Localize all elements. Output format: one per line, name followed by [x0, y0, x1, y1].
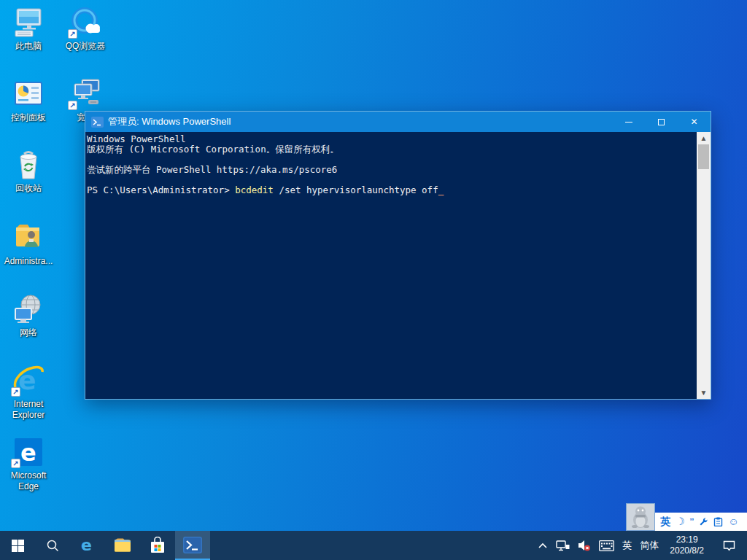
desktop-icon-label: 回收站	[0, 183, 57, 194]
desktop-icon-administrator[interactable]: Administra...	[0, 221, 57, 267]
shortcut-arrow-icon: ↗	[68, 101, 77, 110]
powershell-window: 管理员: Windows PowerShell ✕ Windows PowerS…	[85, 111, 711, 400]
search-icon	[46, 539, 59, 552]
volume-tray-button[interactable]	[578, 540, 591, 551]
desktop-icon-label: 控制面板	[0, 112, 57, 123]
recycle-bin-icon	[12, 148, 45, 182]
ime-statusbar: 英 ☽ ’’ ☺	[655, 513, 747, 531]
ime-emoji-icon[interactable]: ☺	[728, 513, 738, 531]
network-tray-button[interactable]	[556, 540, 570, 551]
touch-keyboard-button[interactable]	[599, 540, 614, 551]
desktop-icon-label: QQ浏览器	[57, 41, 114, 52]
desktop-icon-control-panel[interactable]: 控制面板	[0, 77, 57, 123]
system-tray: 英 简体 23:19 2020/8/2	[538, 531, 747, 560]
desktop-icon-label: Internet Explorer	[0, 399, 57, 421]
maximize-button[interactable]	[645, 112, 678, 132]
console-command-args: /set hypervisorlaunchtype off	[274, 184, 438, 195]
scrollbar-thumb[interactable]	[698, 144, 709, 169]
svg-text:e: e	[20, 439, 36, 467]
taskbar-clock[interactable]: 23:19 2020/8/2	[667, 534, 707, 556]
taskbar-edge-button[interactable]: e	[70, 531, 105, 560]
qq-browser-icon: ↗	[69, 6, 102, 39]
console-cursor: _	[438, 184, 444, 195]
scroll-up-icon[interactable]: ▲	[697, 132, 711, 144]
desktop-icon-label: Administra...	[0, 256, 57, 267]
desktop-icon-qq-browser[interactable]: ↗ QQ浏览器	[57, 6, 114, 52]
powershell-icon	[183, 537, 202, 553]
broadband-icon: ↗	[69, 77, 102, 111]
powershell-icon	[91, 117, 104, 128]
desktop-icon-network[interactable]: 网络	[0, 292, 57, 338]
shortcut-arrow-icon: ↗	[11, 459, 20, 468]
minimize-button[interactable]	[612, 112, 645, 132]
show-hidden-icons-button[interactable]	[538, 542, 548, 550]
console-command: bcdedit	[235, 184, 274, 195]
clock-time: 23:19	[670, 534, 704, 545]
taskbar-store-button[interactable]	[140, 531, 175, 560]
window-titlebar[interactable]: 管理员: Windows PowerShell ✕	[85, 112, 711, 132]
keyboard-icon	[599, 540, 614, 551]
taskbar-file-explorer-button[interactable]	[105, 531, 140, 560]
taskbar-search-button[interactable]	[35, 531, 70, 560]
taskbar-powershell-button[interactable]	[175, 531, 210, 560]
internet-explorer-icon: e ↗	[12, 364, 45, 397]
taskbar-empty-area[interactable]	[210, 531, 538, 560]
edge-icon: e	[79, 537, 96, 554]
taskbar: e	[0, 531, 747, 560]
desktop-icon-recycle-bin[interactable]: 回收站	[0, 148, 57, 194]
ime-punctuation-icon[interactable]: ’’	[690, 513, 694, 531]
shortcut-arrow-icon: ↗	[11, 387, 20, 397]
ime-settings-wrench-icon[interactable]	[699, 517, 708, 526]
console-output[interactable]: Windows PowerShell 版权所有 (C) Microsoft Co…	[85, 132, 697, 399]
console-line: 尝试新的跨平台 PowerShell https://aka.ms/pscore…	[87, 165, 697, 175]
ime-mode-indicator[interactable]: 简体	[640, 539, 659, 552]
desktop-icon-label: Microsoft Edge	[0, 470, 57, 492]
ime-mode-english[interactable]: 英	[660, 513, 670, 531]
control-panel-icon	[12, 77, 45, 111]
desktop-icon-label: 此电脑	[0, 41, 57, 52]
console-prompt-line: PS C:\Users\Administrator> bcdedit /set …	[87, 185, 697, 195]
chevron-up-icon	[538, 542, 548, 550]
desktop-icon-internet-explorer[interactable]: e ↗ Internet Explorer	[0, 364, 57, 421]
notification-bubble-icon	[723, 540, 735, 551]
desktop-icon-microsoft-edge[interactable]: e ↗ Microsoft Edge	[0, 435, 57, 492]
ime-toolbar: 英 ☽ ’’ ☺	[626, 503, 747, 531]
windows-logo-icon	[12, 540, 24, 552]
action-center-button[interactable]	[715, 540, 743, 551]
desktop-icon-label: 网络	[0, 327, 57, 338]
this-pc-icon	[12, 6, 45, 39]
input-language-indicator[interactable]: 英	[622, 539, 632, 552]
console-line	[87, 175, 697, 185]
scrollbar[interactable]: ▲ ▼	[697, 132, 711, 399]
console-line	[87, 155, 697, 165]
shortcut-arrow-icon: ↗	[68, 29, 77, 39]
file-explorer-icon	[114, 538, 131, 553]
user-folder-icon	[12, 221, 45, 254]
desktop-icon-this-pc[interactable]: 此电脑	[0, 6, 57, 52]
console-line: 版权所有 (C) Microsoft Corporation。保留所有权利。	[87, 144, 697, 155]
window-title: 管理员: Windows PowerShell	[108, 115, 612, 128]
microsoft-store-icon	[150, 537, 166, 554]
console-line: Windows PowerShell	[87, 134, 697, 144]
network-wired-icon	[556, 540, 570, 551]
ime-clipboard-icon[interactable]	[713, 517, 723, 526]
console-prompt: PS C:\Users\Administrator>	[87, 184, 235, 195]
clock-date: 2020/8/2	[670, 545, 704, 556]
network-icon	[12, 292, 45, 326]
ime-fullwidth-moon-icon[interactable]: ☽	[676, 513, 685, 531]
qq-tray-icon[interactable]	[626, 503, 655, 531]
speaker-muted-icon	[578, 540, 591, 551]
svg-text:e: e	[81, 537, 92, 554]
start-button[interactable]	[0, 531, 35, 560]
microsoft-edge-icon: e ↗	[12, 435, 45, 469]
scroll-down-icon[interactable]: ▼	[697, 386, 711, 399]
close-button[interactable]: ✕	[678, 112, 711, 132]
